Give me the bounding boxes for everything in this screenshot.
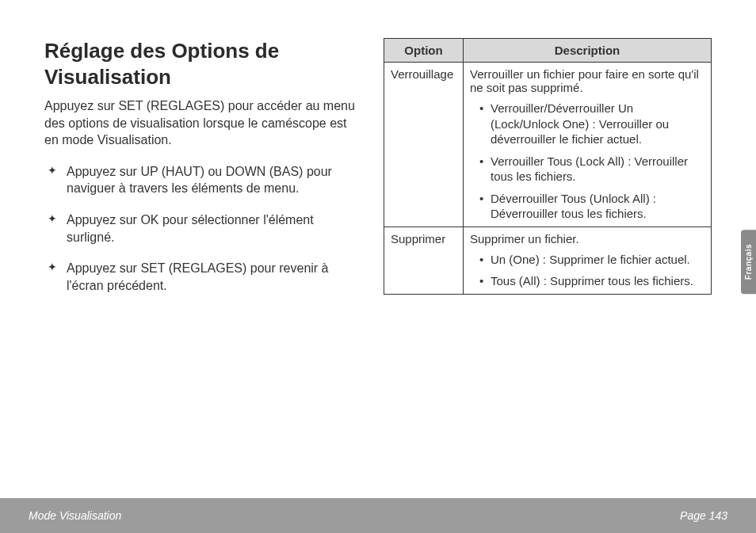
- desc-item: Un (One) : Supprimer le fichier actuel.: [479, 252, 704, 268]
- heading: Réglage des Options de Visualisation: [44, 38, 361, 89]
- list-item: Appuyez sur SET (REGLAGES) pour revenir …: [44, 260, 361, 294]
- list-item: Appuyez sur OK pour sélectionner l'éléme…: [44, 211, 361, 246]
- language-tab: Français: [741, 230, 756, 294]
- desc-item: Verrouiller Tous (Lock All) : Verrouille…: [479, 154, 704, 185]
- options-table: Option Description Verrouillage Verrouil…: [384, 38, 712, 295]
- desc-item: Verrouiller/Déverrouiller Un (Lock/Unloc…: [479, 101, 704, 147]
- list-item: Appuyez sur UP (HAUT) ou DOWN (BAS) pour…: [44, 163, 361, 197]
- desc-item: Tous (All) : Supprimer tous les fichiers…: [479, 273, 704, 289]
- page-footer: Mode Visualisation Page 143: [0, 498, 756, 533]
- table-row: Verrouillage Verrouiller un fichier pour…: [384, 63, 712, 227]
- desc-item: Déverrouiller Tous (Unlock All) : Déverr…: [479, 191, 704, 222]
- footer-page: Page 143: [680, 509, 727, 522]
- left-column: Réglage des Options de Visualisation App…: [44, 38, 361, 483]
- page-content: Réglage des Options de Visualisation App…: [0, 0, 756, 483]
- cell-description: Supprimer un fichier. Un (One) : Supprim…: [464, 227, 712, 294]
- intro-paragraph: Appuyez sur SET (REGLAGES) pour accéder …: [44, 97, 361, 149]
- desc-list: Verrouiller/Déverrouiller Un (Lock/Unloc…: [470, 101, 704, 222]
- th-description: Description: [464, 39, 712, 63]
- cell-description: Verrouiller un fichier pour faire en sor…: [464, 63, 712, 227]
- table-row: Supprimer Supprimer un fichier. Un (One)…: [384, 227, 712, 294]
- footer-section: Mode Visualisation: [29, 509, 121, 522]
- right-column: Option Description Verrouillage Verrouil…: [384, 38, 712, 483]
- cell-option: Verrouillage: [384, 63, 464, 227]
- desc-list: Un (One) : Supprimer le fichier actuel. …: [470, 252, 704, 289]
- instruction-list: Appuyez sur UP (HAUT) ou DOWN (BAS) pour…: [44, 163, 361, 295]
- desc-intro: Supprimer un fichier.: [470, 232, 704, 246]
- th-option: Option: [384, 39, 464, 63]
- desc-intro: Verrouiller un fichier pour faire en sor…: [470, 67, 704, 94]
- cell-option: Supprimer: [384, 227, 464, 294]
